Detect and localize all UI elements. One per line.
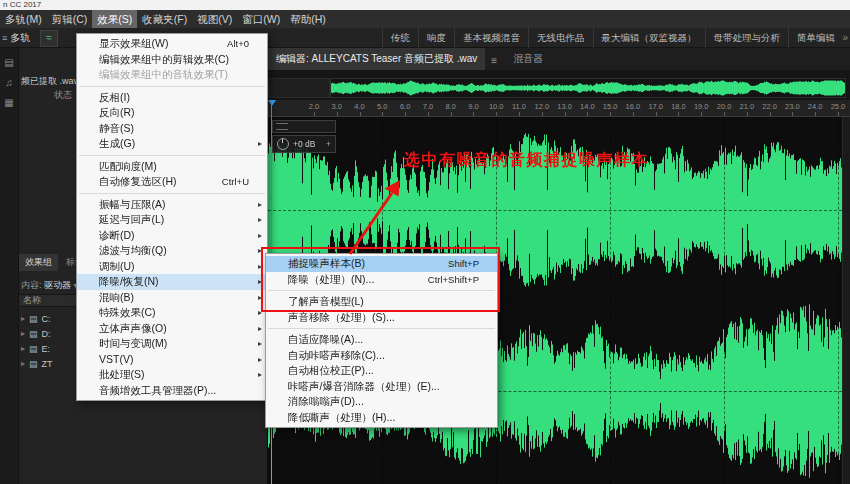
ruler-label: 14.0	[580, 102, 595, 111]
menu-item-16[interactable]: 调制(U)▸	[77, 259, 267, 275]
tab-editor[interactable]: 编辑器: ALLEYCATS Teaser 音频已提取 .wav	[268, 48, 485, 70]
timeline-ruler[interactable]: 2.03.04.05.06.07.08.09.010.011.012.013.0…	[268, 100, 850, 117]
pin-icon[interactable]: +	[326, 139, 331, 149]
ruler-tick	[337, 112, 338, 116]
workspace-tab-6[interactable]: 简单编辑	[788, 28, 836, 48]
gain-knob-icon[interactable]	[277, 138, 289, 150]
menu-item-11[interactable]: 降低嘶声（处理）(H)...	[266, 410, 497, 426]
menu-item-23[interactable]: 批处理(S)▸	[77, 367, 267, 383]
tab-effects-rack[interactable]: 效果组	[19, 254, 58, 271]
ruler-label: 11.0	[512, 102, 526, 111]
menubar-item-4[interactable]: 视图(V)	[192, 10, 237, 28]
ruler-tick	[701, 112, 702, 116]
menu-item-19[interactable]: 特殊效果(C)▸	[77, 305, 267, 321]
menubar-item-2[interactable]: 效果(S)	[92, 10, 137, 28]
workspace-tab-5[interactable]: 母带处理与分析	[705, 28, 789, 48]
grid-icon[interactable]: ▦	[0, 97, 18, 108]
files-icon[interactable]: ▤	[0, 57, 18, 68]
menu-item-6[interactable]: 静音(S)	[77, 121, 267, 137]
multitrack-label: 多轨	[10, 31, 30, 45]
ruler-tick	[314, 112, 315, 116]
menu-item-24[interactable]: 音频增效工具管理器(P)...	[77, 383, 267, 399]
menu-item-9[interactable]: 咔嗒声/爆音消除器（处理）(E)...	[266, 379, 497, 395]
ruler-label: 6.0	[400, 102, 410, 111]
multitrack-button[interactable]: ≡ 多轨	[2, 31, 30, 45]
workspace-overflow-icon[interactable]: »	[842, 28, 848, 48]
ruler-tick	[496, 112, 497, 116]
waveform-icon: ≈	[46, 32, 52, 43]
menu-item-label: 时间与变调(M)	[99, 336, 263, 352]
menu-item-label: 降噪/恢复(N)	[99, 274, 263, 290]
tab-mixer[interactable]: 混音器	[503, 48, 553, 70]
workspace-tabs: 传统响度基本视频混音无线电作品最大编辑（双监视器）母带处理与分析简单编辑	[382, 28, 836, 48]
menu-item-17[interactable]: 降噪/恢复(N)▸	[77, 274, 267, 290]
menu-item-13[interactable]: 延迟与回声(L)▸	[77, 212, 267, 228]
ruler-tick	[360, 112, 361, 116]
drive-icon: ▤	[29, 329, 38, 339]
menubar-item-5[interactable]: 窗口(W)	[237, 10, 285, 28]
menu-item-7[interactable]: 自动咔嗒声移除(C)...	[266, 348, 497, 364]
effects-menu: 显示效果组(W)Alt+0编辑效果组中的剪辑效果(C)编辑效果组中的音轨效果(T…	[76, 33, 268, 401]
menubar-item-3[interactable]: 收藏夹(F)	[137, 10, 192, 28]
menu-item-label: 自动相位校正(P)...	[288, 363, 493, 379]
window-titlebar: n CC 2017	[0, 0, 850, 10]
drive-icon: ▤	[29, 359, 38, 369]
menu-item-label: 滤波与均衡(Q)	[99, 243, 263, 259]
panel-menu-icon[interactable]: ≡	[485, 51, 503, 70]
menu-item-15[interactable]: 滤波与均衡(Q)▸	[77, 243, 267, 259]
workspace-tab-3[interactable]: 无线电作品	[528, 28, 593, 48]
ruler-label: 24.0	[808, 102, 823, 111]
ruler-tick	[542, 112, 543, 116]
menu-item-0[interactable]: 显示效果组(W)Alt+0	[77, 36, 267, 52]
menubar-item-6[interactable]: 帮助(H)	[285, 10, 331, 28]
menu-item-10[interactable]: 消除嗡嗡声(D)...	[266, 394, 497, 410]
workspace-tab-1[interactable]: 响度	[418, 28, 454, 48]
menu-item-21[interactable]: 时间与变调(M)▸	[77, 336, 267, 352]
menu-item-8[interactable]: 自动相位校正(P)...	[266, 363, 497, 379]
ruler-tick	[792, 112, 793, 116]
contents-dropdown[interactable]: 内容: 驱动器 ▾	[21, 279, 78, 292]
menu-item-6[interactable]: 自适应降噪(A)...	[266, 332, 497, 348]
ruler-label: 8.0	[445, 102, 455, 111]
menu-separator	[79, 193, 265, 194]
ruler-label: 7.0	[423, 102, 433, 111]
menu-item-10[interactable]: 自动修复选区(H)Ctrl+U	[77, 174, 267, 190]
workspace-tab-0[interactable]: 传统	[382, 28, 418, 48]
menu-item-22[interactable]: VST(V)▸	[77, 352, 267, 368]
media-icon[interactable]: ♫	[0, 77, 18, 88]
menu-item-9[interactable]: 匹配响度(M)	[77, 159, 267, 175]
menu-item-7[interactable]: 生成(G)▸	[77, 136, 267, 152]
ruler-tick	[610, 112, 611, 116]
ruler-tick	[382, 112, 383, 116]
menu-item-5[interactable]: 反向(R)	[77, 105, 267, 121]
menu-item-18[interactable]: 混响(B)▸	[77, 290, 267, 306]
hud-drag-bar[interactable]	[272, 120, 336, 133]
ruler-tick	[405, 112, 406, 116]
ruler-tick	[587, 112, 588, 116]
hud-gain-row: +0 dB +	[272, 135, 336, 153]
overview-navigator[interactable]	[330, 78, 846, 98]
menubar-item-1[interactable]: 剪辑(C)	[47, 10, 93, 28]
amplitude-ruler[interactable]	[842, 117, 850, 484]
ruler-tick	[656, 112, 657, 116]
menu-item-label: 消除嗡嗡声(D)...	[288, 394, 493, 410]
overview-waveform[interactable]	[331, 79, 845, 97]
menu-item-12[interactable]: 振幅与压限(A)▸	[77, 197, 267, 213]
overview-controls[interactable]	[268, 78, 330, 98]
menu-item-14[interactable]: 诊断(D)▸	[77, 228, 267, 244]
menu-item-1[interactable]: 编辑效果组中的剪辑效果(C)	[77, 52, 267, 68]
file-list-item[interactable]: 频已提取 .wav	[21, 75, 78, 88]
submenu-arrow-icon: ▸	[258, 197, 262, 213]
waveform-view-button[interactable]: ≈	[40, 30, 58, 47]
playhead-handle[interactable]	[268, 100, 276, 106]
menu-item-label: 显示效果组(W)	[99, 36, 227, 52]
status-column-label: 状态	[54, 89, 72, 102]
workspace-tab-4[interactable]: 最大编辑（双监视器）	[593, 28, 705, 48]
menu-separator	[79, 86, 265, 87]
menu-item-20[interactable]: 立体声声像(O)▸	[77, 321, 267, 337]
workspace-tab-2[interactable]: 基本视频混音	[454, 28, 528, 48]
gain-value: +0 dB	[293, 139, 315, 149]
menu-item-4[interactable]: 反相(I)	[77, 90, 267, 106]
menubar-item-0[interactable]: 多轨(M)	[0, 10, 47, 28]
ruler-tick	[633, 112, 634, 116]
